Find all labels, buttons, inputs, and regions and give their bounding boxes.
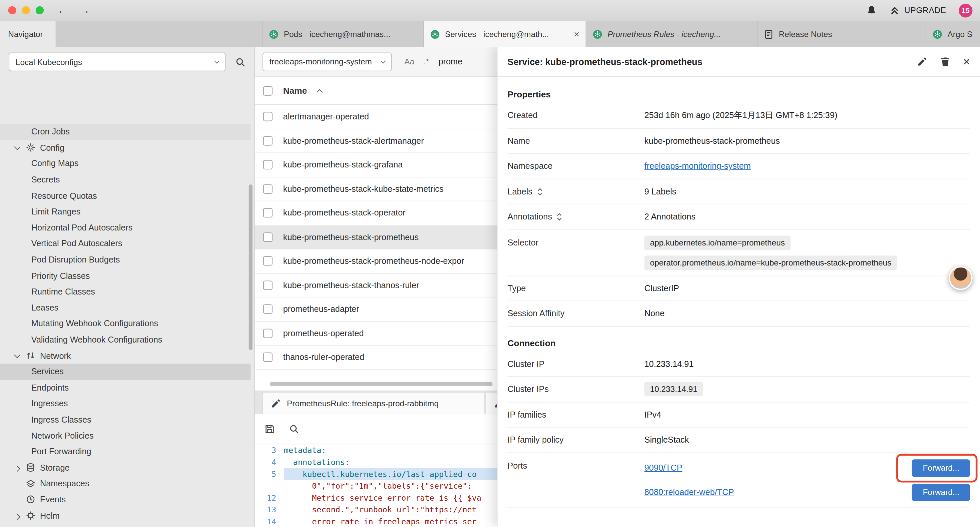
sidebar-item-label: Config Maps xyxy=(31,159,79,169)
chevron-down-icon xyxy=(214,58,220,64)
sidebar-item-ingress-classes[interactable]: Ingress Classes xyxy=(0,412,250,428)
sidebar-item-vertical-pod-autoscalers[interactable]: Vertical Pod Autoscalers xyxy=(0,236,250,252)
chevron-right-icon[interactable] xyxy=(12,511,21,520)
search-icon[interactable] xyxy=(235,57,246,67)
notifications-bell-icon[interactable] xyxy=(866,5,877,16)
tab-argo[interactable]: Argo S xyxy=(926,21,980,47)
property-label: Name xyxy=(508,136,644,145)
expand-toggle-icon[interactable] xyxy=(556,212,563,221)
sidebar-item-services[interactable]: Services xyxy=(0,363,250,380)
minimize-window-button[interactable] xyxy=(22,6,30,14)
namespace-link[interactable]: freeleaps-monitoring-system xyxy=(644,161,751,171)
dock-tab-prometheusrule[interactable]: PrometheusRule: freeleaps-prod-rabbitmq xyxy=(262,392,484,414)
namespace-selector-value: freeleaps-monitoring-system xyxy=(269,57,372,66)
tab-pods[interactable]: Pods - icecheng@mathmas... xyxy=(262,21,424,47)
sidebar-scrollbar[interactable] xyxy=(249,185,253,350)
row-checkbox[interactable] xyxy=(263,232,272,242)
forward-button[interactable]: Forward... xyxy=(912,483,970,501)
port-link[interactable]: 8080:reloader-web/TCP xyxy=(644,487,734,497)
sidebar-item-runtime-classes[interactable]: Runtime Classes xyxy=(0,284,250,300)
sidebar-item-config-maps[interactable]: Config Maps xyxy=(0,156,250,172)
assistant-avatar[interactable] xyxy=(949,266,972,290)
notification-count-badge[interactable]: 15 xyxy=(959,3,972,17)
sidebar-item-endpoints[interactable]: Endpoints xyxy=(0,380,250,396)
zoom-window-button[interactable] xyxy=(36,6,44,14)
line-number: 3 xyxy=(262,444,284,456)
service-details-drawer: Service: kube-prometheus-stack-prometheu… xyxy=(497,47,980,527)
property-label: Labels xyxy=(508,187,532,196)
tab-prometheus-rules[interactable]: Prometheus Rules - icecheng... xyxy=(586,21,757,47)
sidebar-item-secrets[interactable]: Secrets xyxy=(0,172,250,188)
sidebar-item-helm[interactable]: Helm xyxy=(0,508,250,524)
chevron-down-icon xyxy=(380,58,386,64)
sidebar-item-mutating-webhook-configurations[interactable]: Mutating Webhook Configurations xyxy=(0,315,250,331)
namespace-selector[interactable]: freeleaps-monitoring-system xyxy=(262,52,392,71)
sidebar-item-validating-webhook-configurations[interactable]: Validating Webhook Configurations xyxy=(0,331,250,347)
close-window-button[interactable] xyxy=(8,6,16,14)
upgrade-button[interactable]: UPGRADE xyxy=(889,5,946,16)
sidebar-item-network-policies[interactable]: Network Policies xyxy=(0,428,250,444)
sidebar-item-config[interactable]: Config xyxy=(0,140,250,156)
search-input[interactable]: prome xyxy=(439,57,463,66)
chevron-right-icon[interactable] xyxy=(12,463,21,472)
navigator-panel-title: Navigator xyxy=(0,21,56,47)
sidebar-item-limit-ranges[interactable]: Limit Ranges xyxy=(0,204,250,220)
horizontal-scrollbar[interactable] xyxy=(270,382,492,386)
expand-toggle-icon[interactable] xyxy=(537,187,543,196)
sidebar-item-ingresses[interactable]: Ingresses xyxy=(0,396,250,412)
row-checkbox[interactable] xyxy=(263,112,272,121)
property-value[interactable]: 2 Annotations xyxy=(644,212,695,221)
drawer-header: Service: kube-prometheus-stack-prometheu… xyxy=(497,47,980,77)
sidebar-item-events[interactable]: Events xyxy=(0,492,250,508)
sort-asc-icon[interactable] xyxy=(317,89,323,95)
kubernetes-cluster-icon xyxy=(430,29,440,39)
delete-trash-icon[interactable] xyxy=(940,56,951,67)
close-tab-icon[interactable]: × xyxy=(570,29,579,39)
row-checkbox[interactable] xyxy=(263,328,272,338)
tab-services[interactable]: Services - icecheng@math... × xyxy=(424,21,586,47)
sidebar-item-leases[interactable]: Leases xyxy=(0,299,250,315)
forward-button[interactable]: → xyxy=(80,4,90,16)
row-checkbox[interactable] xyxy=(263,208,272,218)
back-button[interactable]: ← xyxy=(57,4,68,16)
row-checkbox[interactable] xyxy=(263,353,272,362)
editor-search-icon[interactable] xyxy=(289,424,299,434)
save-icon[interactable] xyxy=(264,424,275,434)
row-checkbox[interactable] xyxy=(263,136,272,145)
row-checkbox[interactable] xyxy=(263,160,272,169)
property-row-ports: Ports 9090/TCP Forward... 8080:reloader-… xyxy=(508,453,970,508)
cluster-ip-badge: 10.233.14.91 xyxy=(644,382,703,396)
kubernetes-cluster-icon xyxy=(592,29,602,39)
regex-toggle[interactable]: .* xyxy=(424,57,429,66)
select-all-checkbox[interactable] xyxy=(263,86,272,96)
row-checkbox[interactable] xyxy=(263,256,272,266)
close-drawer-icon[interactable]: × xyxy=(963,56,970,68)
chevron-down-icon[interactable] xyxy=(12,351,21,360)
sidebar-item-label: Events xyxy=(40,495,66,504)
sidebar-item-storage[interactable]: Storage xyxy=(0,460,250,476)
sidebar-item-resource-quotas[interactable]: Resource Quotas xyxy=(0,188,250,204)
chevron-down-icon[interactable] xyxy=(12,143,21,152)
property-value[interactable]: 9 Labels xyxy=(644,187,676,196)
sidebar-item-pod-disruption-budgets[interactable]: Pod Disruption Budgets xyxy=(0,252,250,268)
sidebar-item-access-control[interactable]: Access Control xyxy=(0,524,250,527)
sidebar-item-label: Pod Disruption Budgets xyxy=(31,255,120,264)
forward-button[interactable]: Forward... xyxy=(912,459,970,476)
sidebar-item-horizontal-pod-autoscalers[interactable]: Horizontal Pod Autoscalers xyxy=(0,220,250,236)
name-column-header[interactable]: Name xyxy=(283,86,307,96)
sidebar-item-port-forwarding[interactable]: Port Forwarding xyxy=(0,444,250,460)
property-label: Created xyxy=(508,111,644,120)
row-checkbox[interactable] xyxy=(263,304,272,314)
kubeconfig-selector[interactable]: Local Kubeconfigs xyxy=(9,53,226,71)
sidebar-item-cron-jobs[interactable]: Cron Jobs xyxy=(0,124,250,140)
tab-release-notes[interactable]: Release Notes xyxy=(757,21,926,47)
row-checkbox[interactable] xyxy=(263,280,272,290)
property-row-ip-families: IP families IPv4 xyxy=(508,402,970,428)
port-link[interactable]: 9090/TCP xyxy=(644,463,682,472)
row-checkbox[interactable] xyxy=(263,184,272,193)
sidebar-item-network[interactable]: Network xyxy=(0,347,250,363)
edit-pencil-icon[interactable] xyxy=(917,56,928,67)
sidebar-item-priority-classes[interactable]: Priority Classes xyxy=(0,268,250,284)
sidebar-item-namespaces[interactable]: Namespaces xyxy=(0,476,250,492)
match-case-toggle[interactable]: Aa xyxy=(404,57,414,66)
